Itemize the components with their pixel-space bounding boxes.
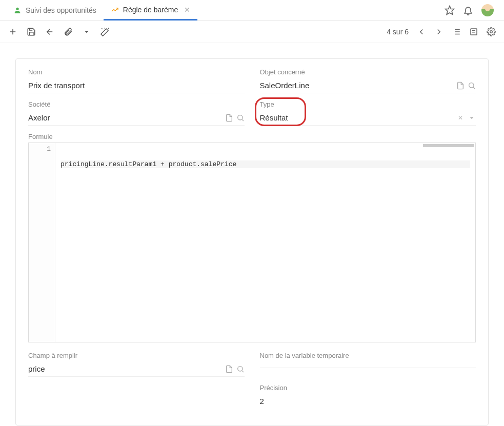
svg-line-20 (473, 87, 475, 89)
search-icon[interactable] (236, 365, 245, 373)
avatar[interactable] (481, 4, 494, 16)
document-icon[interactable] (456, 82, 465, 90)
svg-marker-5 (85, 31, 89, 33)
chevron-down-icon[interactable] (82, 27, 91, 36)
paperclip-icon[interactable] (64, 27, 73, 36)
toolbar-left (8, 27, 110, 36)
line-number: 1 (31, 145, 51, 153)
type-label: Type (260, 100, 476, 108)
champ-label: Champ à remplir (28, 352, 245, 359)
champ-field[interactable]: price (28, 361, 245, 377)
societe-label: Société (28, 100, 245, 108)
nom-label: Nom (28, 68, 245, 76)
tab-opportunities[interactable]: Suivi des opportunités (6, 0, 104, 20)
minimap-indicator (423, 144, 474, 147)
page-counter: 4 sur 6 (387, 28, 409, 36)
document-icon[interactable] (225, 114, 233, 122)
chevron-right-icon[interactable] (434, 27, 443, 36)
svg-marker-23 (470, 117, 474, 118)
svg-point-24 (237, 366, 242, 371)
tabs-right (445, 4, 498, 16)
magic-wand-icon[interactable] (100, 27, 110, 36)
tab-label: Suivi des opportunités (26, 6, 96, 14)
svg-point-18 (490, 30, 493, 33)
champ-value: price (28, 364, 225, 373)
close-icon[interactable]: ✕ (184, 6, 190, 14)
form-view-icon[interactable] (469, 27, 478, 36)
tab-label: Règle de barème (123, 6, 178, 14)
chevron-left-icon[interactable] (417, 27, 426, 36)
societe-field[interactable]: Axelor (28, 110, 245, 126)
societe-value: Axelor (28, 113, 225, 122)
precision-value: 2 (260, 397, 476, 405)
svg-line-22 (242, 119, 244, 121)
svg-point-19 (469, 83, 474, 87)
var-temp-field[interactable] (260, 361, 476, 368)
type-field[interactable]: Résultat ✕ (260, 110, 476, 126)
objet-label: Objet concerné (260, 68, 476, 76)
svg-line-7 (108, 28, 109, 29)
back-icon[interactable] (45, 27, 54, 36)
svg-point-21 (237, 115, 242, 119)
person-icon (13, 6, 22, 14)
type-value: Résultat (260, 113, 457, 122)
var-temp-label: Nom de la variable temporaire (260, 352, 476, 359)
star-icon[interactable] (445, 5, 455, 15)
toolbar: 4 sur 6 (0, 21, 504, 43)
tab-pricing-rule[interactable]: Règle de barème ✕ (104, 1, 197, 21)
code-content[interactable]: pricingLine.resultParam1 + product.saleP… (55, 143, 475, 342)
tabs-bar: Suivi des opportunités Règle de barème ✕ (0, 0, 504, 21)
list-view-icon[interactable] (452, 27, 461, 36)
chart-line-icon (111, 6, 119, 14)
form-card: Nom Prix de transport Objet concerné Sal… (15, 58, 489, 425)
code-editor[interactable]: 1 pricingLine.resultParam1 + product.sal… (28, 143, 476, 342)
plus-icon[interactable] (8, 27, 17, 36)
svg-line-8 (105, 28, 105, 28)
code-line: pricingLine.resultParam1 + product.saleP… (61, 160, 470, 168)
objet-field[interactable]: SaleOrderLine (260, 78, 476, 93)
precision-label: Précision (260, 384, 476, 392)
search-icon[interactable] (468, 82, 476, 90)
content-area: Nom Prix de transport Objet concerné Sal… (0, 43, 504, 426)
svg-line-25 (242, 371, 244, 372)
formule-label: Formule (28, 133, 476, 140)
precision-field[interactable]: 2 (260, 394, 476, 409)
svg-line-6 (102, 28, 103, 29)
gear-icon[interactable] (487, 27, 496, 36)
nom-value: Prix de transport (28, 81, 245, 90)
svg-point-0 (16, 7, 18, 10)
clear-icon[interactable]: ✕ (456, 114, 465, 122)
document-icon[interactable] (225, 365, 233, 373)
chevron-down-icon[interactable] (468, 114, 476, 122)
objet-value: SaleOrderLine (260, 81, 457, 90)
code-gutter: 1 (29, 143, 55, 342)
svg-marker-1 (446, 6, 454, 14)
toolbar-right: 4 sur 6 (387, 27, 496, 36)
search-icon[interactable] (236, 114, 245, 122)
nom-field[interactable]: Prix de transport (28, 78, 245, 93)
save-icon[interactable] (27, 27, 36, 36)
bell-icon[interactable] (463, 5, 473, 15)
